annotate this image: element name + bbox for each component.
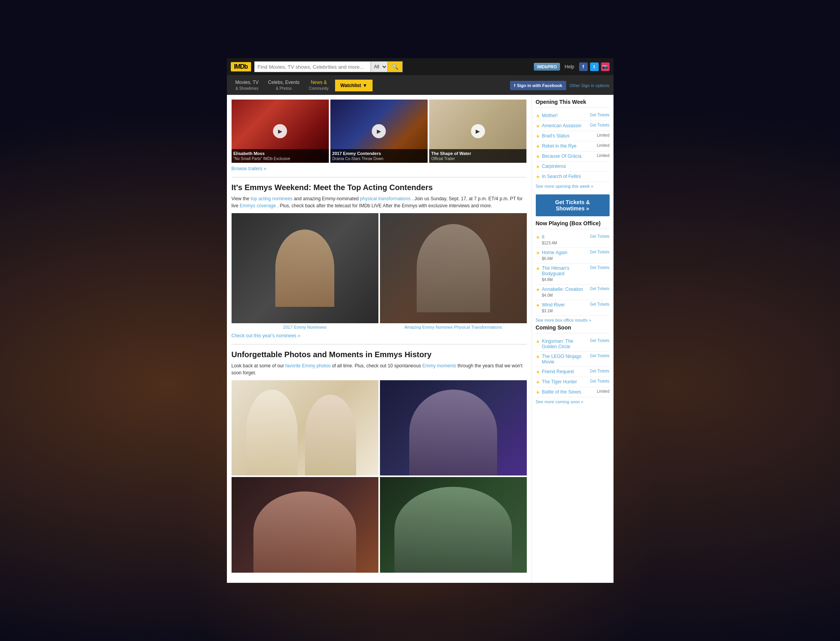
- video-caption-3: The Shape of Water Official Trailer: [429, 149, 526, 163]
- get-tickets-link[interactable]: Get Tickets: [590, 265, 609, 270]
- movie-name[interactable]: Kingsman: The Golden Circle: [542, 338, 588, 349]
- facebook-signin-button[interactable]: f Sign in with Facebook: [510, 81, 566, 90]
- twitter-icon[interactable]: t: [590, 62, 599, 71]
- movie-revenue: $6.6M: [542, 256, 553, 261]
- movie-name[interactable]: American Assassin: [542, 123, 588, 128]
- movie-badge: Limited: [597, 389, 609, 394]
- play-button-2[interactable]: ▶: [372, 124, 386, 138]
- movie-name[interactable]: Brad's Status: [542, 133, 595, 139]
- play-button-3[interactable]: ▶: [471, 124, 485, 138]
- movie-badge: Limited: [597, 133, 609, 137]
- emmy-photos-link[interactable]: favorite Emmy photos: [285, 363, 331, 369]
- opening-item: ★ Carpinteros: [536, 162, 610, 172]
- movie-info: Battle of the Sexes: [542, 389, 595, 395]
- movie-name[interactable]: Rebel in the Rye: [542, 143, 595, 149]
- facebook-icon[interactable]: f: [579, 62, 588, 71]
- instagram-icon[interactable]: 📷: [601, 62, 610, 71]
- movie-info: Brad's Status: [542, 133, 595, 139]
- video-thumb-3[interactable]: ▶ The Shape of Water Official Trailer: [429, 100, 526, 163]
- nominees-link[interactable]: Check out this year's nominees »: [232, 333, 300, 338]
- emmy-transformations-caption[interactable]: Amazing Emmy Nominee Physical Transforma…: [380, 325, 527, 329]
- article2-body: Look back at some of our favorite Emmy p…: [232, 362, 527, 376]
- imdb-logo[interactable]: IMDb: [231, 62, 251, 71]
- get-tickets-link[interactable]: Get Tickets: [590, 250, 609, 254]
- now-playing-list: ★ It $123.4M Get Tickets ★ Home Again $6…: [536, 232, 610, 316]
- movie-name[interactable]: Friend Request: [542, 369, 588, 374]
- movie-name[interactable]: The Hitman's Bodyguard: [542, 265, 588, 276]
- article1-image-grid: 2017 Emmy Nominees Amazing Emmy Nominee …: [232, 213, 527, 329]
- movie-name[interactable]: Home Again: [542, 250, 588, 255]
- movie-name[interactable]: Annabelle: Creation: [542, 287, 588, 292]
- nav-item-movies-tv[interactable]: Movies, TV & Showtimes: [231, 76, 264, 95]
- movie-name[interactable]: In Search of Fellini: [542, 174, 610, 179]
- help-link[interactable]: Help: [565, 64, 574, 69]
- video-thumb-1[interactable]: ▶ Elisabeth Moss "No Small Parts" IMDb E…: [232, 100, 329, 163]
- movie-info: Wind River $3.1M: [542, 302, 588, 313]
- coming-soon-list: ★ Kingsman: The Golden Circle Get Ticket…: [536, 337, 610, 397]
- emmys-coverage-link[interactable]: Emmys coverage: [240, 203, 276, 208]
- star-icon: ★: [536, 287, 540, 292]
- emmy-photo-1[interactable]: [232, 380, 378, 475]
- get-tickets-link[interactable]: Get Tickets: [590, 379, 609, 383]
- movie-info: Rebel in the Rye: [542, 143, 595, 149]
- emmys-nominees-img[interactable]: 2017 Emmy Nominees: [232, 213, 378, 329]
- nav-item-news[interactable]: News & Community: [304, 76, 334, 95]
- search-type-select[interactable]: All: [371, 61, 387, 72]
- top-nav: IMDb All 🔍 IMDbPRO Help f t 📷: [227, 58, 614, 76]
- movie-info: The Hitman's Bodyguard $4.8M: [542, 265, 588, 282]
- get-tickets-link[interactable]: Get Tickets: [590, 354, 609, 358]
- emmy-moments-link[interactable]: Emmy moments: [422, 363, 456, 369]
- article1-title: It's Emmys Weekend: Meet the Top Acting …: [232, 183, 527, 192]
- emmy-photo-3[interactable]: [232, 477, 378, 572]
- emmy-photo-2[interactable]: [380, 380, 527, 475]
- coming-soon-header: Coming Soon: [536, 324, 610, 333]
- see-more-box-office-link[interactable]: See more box office results »: [536, 316, 610, 324]
- coming-soon-item: ★ Friend Request Get Tickets: [536, 367, 610, 377]
- other-signin-link[interactable]: Other Sign in options: [569, 83, 610, 88]
- movie-name[interactable]: Because Of Grácia: [542, 153, 595, 159]
- opening-item: ★ American Assassin Get Tickets: [536, 121, 610, 131]
- top-acting-nominees-link[interactable]: top acting nominees: [251, 196, 292, 201]
- emmys-nominees-caption[interactable]: 2017 Emmy Nominees: [232, 325, 378, 329]
- movie-badge: Limited: [597, 143, 609, 148]
- imdbpro-button[interactable]: IMDbPRO: [534, 63, 560, 71]
- now-playing-item: ★ Wind River $3.1M Get Tickets: [536, 300, 610, 316]
- signin-section: f Sign in with Facebook Other Sign in op…: [510, 81, 610, 90]
- get-tickets-link[interactable]: Get Tickets: [590, 287, 609, 291]
- browse-trailers-link[interactable]: Browse trailers »: [232, 166, 527, 171]
- star-icon: ★: [536, 379, 540, 385]
- play-button-1[interactable]: ▶: [273, 124, 287, 138]
- movie-name[interactable]: Battle of the Sexes: [542, 389, 595, 395]
- see-more-coming-soon-link[interactable]: See more coming soon »: [536, 397, 610, 406]
- star-icon: ★: [536, 123, 540, 129]
- movie-name[interactable]: Carpinteros: [542, 164, 610, 169]
- secondary-nav: Movies, TV & Showtimes Celebs, Events & …: [227, 76, 614, 95]
- opening-item: ★ Mother! Get Tickets: [536, 111, 610, 121]
- movie-name[interactable]: Mother!: [542, 113, 588, 118]
- get-tickets-link[interactable]: Get Tickets: [590, 123, 609, 127]
- opening-this-week-list: ★ Mother! Get Tickets ★ American Assassi…: [536, 111, 610, 182]
- movie-name[interactable]: Wind River: [542, 302, 588, 308]
- emmy-transformations-img[interactable]: Amazing Emmy Nominee Physical Transforma…: [380, 213, 527, 329]
- emmy-photo-4[interactable]: [380, 477, 527, 572]
- search-button[interactable]: 🔍: [387, 61, 403, 72]
- nav-item-celebs[interactable]: Celebs, Events & Photos: [263, 76, 304, 95]
- movie-info: Kingsman: The Golden Circle: [542, 338, 588, 349]
- get-tickets-link[interactable]: Get Tickets: [590, 338, 609, 343]
- see-more-opening-link[interactable]: See more opening this week »: [536, 182, 610, 191]
- now-playing-item: ★ The Hitman's Bodyguard $4.8M Get Ticke…: [536, 264, 610, 285]
- physical-transformations-link[interactable]: physical transformations: [360, 196, 410, 201]
- search-input[interactable]: [254, 61, 371, 72]
- video-thumb-2[interactable]: ▶ 2017 Emmy Contenders Drama Co-Stars Th…: [330, 100, 428, 163]
- movie-name[interactable]: The Tiger Hunter: [542, 379, 588, 385]
- get-tickets-link[interactable]: Get Tickets: [590, 113, 609, 117]
- star-icon: ★: [536, 266, 540, 271]
- star-icon: ★: [536, 250, 540, 256]
- get-tickets-link[interactable]: Get Tickets: [590, 302, 609, 306]
- get-tickets-showtimes-button[interactable]: Get Tickets & Showtimes »: [536, 194, 610, 216]
- get-tickets-link[interactable]: Get Tickets: [590, 369, 609, 373]
- get-tickets-link[interactable]: Get Tickets: [590, 234, 609, 239]
- movie-name[interactable]: The LEGO Ninjago Movie: [542, 354, 588, 365]
- movie-name[interactable]: It: [542, 234, 588, 240]
- watchlist-button[interactable]: Watchlist ▼: [335, 80, 373, 91]
